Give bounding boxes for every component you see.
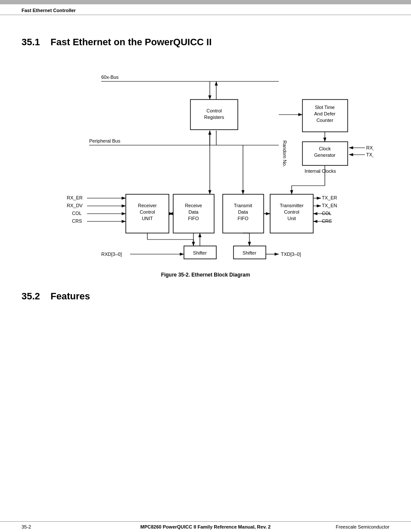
random-no-label: Random No. [282, 140, 287, 167]
60x-bus-label: 60x-Bus [101, 75, 119, 80]
page-header: Fast Ethernet Controller [0, 4, 411, 15]
shifter-right-label: Shifter [243, 250, 256, 255]
col-right-label: COL [322, 211, 332, 216]
svg-text:Data: Data [238, 209, 248, 215]
svg-text:Generator: Generator [314, 152, 336, 158]
footer-center: MPC8260 PowerQUICC II Family Reference M… [140, 524, 271, 529]
svg-text:Receiver: Receiver [138, 203, 157, 208]
rx-er-label: RX_ER [67, 195, 83, 200]
crs-right-label: CRS [322, 218, 332, 224]
tx-en-label: TX_EN [322, 203, 337, 208]
svg-text:Control: Control [140, 209, 155, 215]
diagram-container: text { font-family: Arial, Helvetica, sa… [37, 61, 374, 268]
rx-clk-label: RX_CLK [366, 145, 374, 150]
block-diagram: text { font-family: Arial, Helvetica, sa… [37, 61, 374, 268]
figure-caption: Figure 35-2. Ethernet Block Diagram [22, 272, 389, 278]
svg-text:FIFO: FIFO [237, 216, 248, 221]
svg-text:Data: Data [188, 209, 199, 215]
internal-clocks-label: Internal Clocks [305, 168, 336, 174]
tx-er-label: TX_ER [322, 195, 337, 200]
top-bar [0, 0, 411, 4]
svg-text:Clock: Clock [319, 146, 331, 151]
svg-text:Transmit: Transmit [234, 203, 252, 208]
svg-text:Slot Time: Slot Time [315, 105, 335, 110]
tx-clk-label: TX_CLK [366, 152, 374, 157]
page-content: 35.1 Fast Ethernet on the PowerQUICC II … [0, 15, 411, 319]
svg-text:UNIT: UNIT [142, 216, 153, 221]
svg-text:Transmitter: Transmitter [280, 203, 304, 208]
section2-title: 35.2 Features [22, 291, 389, 302]
svg-text:FIFO: FIFO [188, 216, 199, 221]
footer-left: 35-2 [22, 524, 31, 529]
peripheral-bus-label: Peripheral Bus [89, 138, 121, 143]
section1-title: 35.1 Fast Ethernet on the PowerQUICC II [22, 37, 389, 48]
header-label: Fast Ethernet Controller [22, 8, 76, 13]
svg-text:Unit: Unit [287, 216, 296, 221]
control-registers-label2: Registers [204, 115, 224, 120]
rx-dv-label: RX_DV [67, 203, 83, 208]
crs-left-label: CRS [72, 218, 82, 224]
footer-right: Freescale Semiconductor [336, 524, 389, 529]
svg-text:Receive: Receive [185, 203, 202, 208]
col-left-label: COL [72, 211, 82, 216]
txd-label: TXD[3–0] [281, 252, 301, 257]
shifter-left-label: Shifter [193, 250, 207, 255]
svg-text:Control: Control [284, 209, 299, 215]
page-footer: 35-2 MPC8260 PowerQUICC II Family Refere… [0, 521, 411, 532]
svg-text:Counter: Counter [316, 118, 333, 123]
rxd-label: RXD[3–0] [101, 252, 122, 257]
svg-text:And Defer: And Defer [314, 111, 336, 116]
control-registers-label1: Control [206, 108, 221, 113]
